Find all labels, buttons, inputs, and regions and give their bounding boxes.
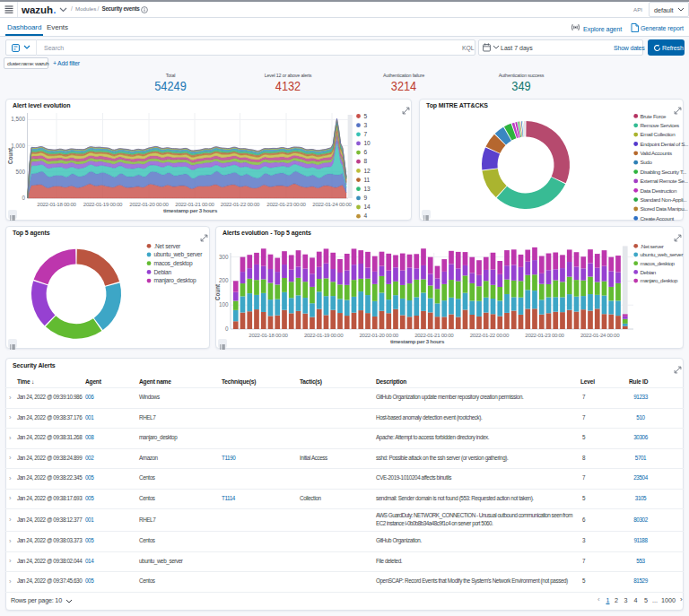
svg-text:2022-01-23 00:00: 2022-01-23 00:00 [525, 332, 564, 338]
svg-text:macos_desktop: macos_desktop [641, 260, 676, 266]
svg-text:200: 200 [219, 277, 229, 283]
svg-text:Count: Count [214, 283, 221, 300]
svg-text:Debian: Debian [641, 269, 657, 275]
svg-text:.Net server: .Net server [641, 243, 664, 249]
svg-text:2022-01-22 00:00: 2022-01-22 00:00 [470, 332, 510, 338]
svg-text:2022-01-24 00:00: 2022-01-24 00:00 [580, 332, 620, 338]
svg-text:2022-01-18 00:00: 2022-01-18 00:00 [249, 332, 288, 338]
svg-text:2022-01-21 00:00: 2022-01-21 00:00 [414, 332, 454, 338]
svg-text:timestamp per 3 hours: timestamp per 3 hours [390, 338, 445, 344]
svg-text:0: 0 [225, 325, 229, 332]
svg-text:2022-01-19 00:00: 2022-01-19 00:00 [304, 332, 344, 338]
svg-text:100: 100 [219, 301, 229, 308]
svg-text:2022-01-20 00:00: 2022-01-20 00:00 [360, 332, 399, 338]
svg-text:300: 300 [219, 254, 229, 260]
svg-text:manjaro_desktop: manjaro_desktop [641, 277, 678, 283]
svg-text:ubuntu_web_server: ubuntu_web_server [641, 251, 684, 257]
